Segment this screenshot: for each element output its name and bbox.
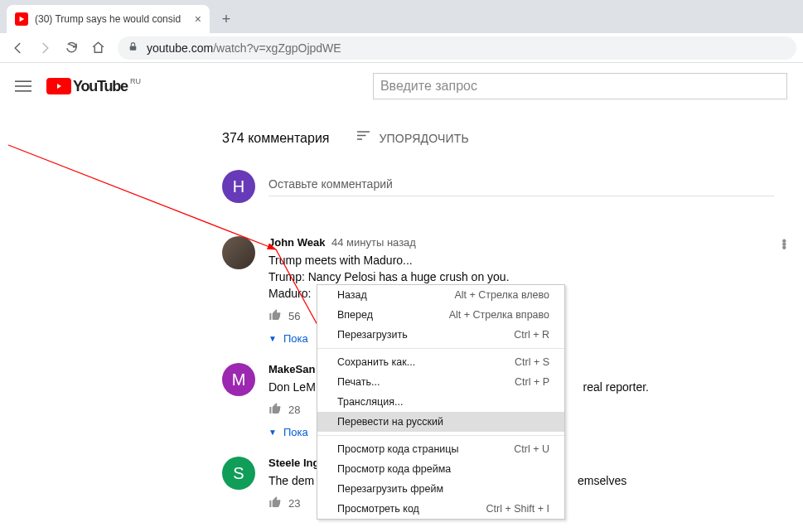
- youtube-header: YouTube RU: [0, 63, 803, 109]
- commenter-avatar[interactable]: S: [222, 457, 255, 490]
- svg-marker-0: [20, 17, 25, 22]
- like-icon[interactable]: [268, 496, 282, 511]
- sort-icon: [356, 129, 373, 147]
- ctx-forward[interactable]: ВпередAlt + Стрелка вправо: [317, 305, 564, 325]
- svg-marker-5: [57, 84, 61, 89]
- ctx-viewframe[interactable]: Просмотр кода фрейма: [317, 459, 564, 479]
- svg-rect-1: [130, 46, 137, 50]
- like-icon[interactable]: [268, 308, 282, 324]
- url-path: /watch?v=xgZgpOjpdWE: [213, 41, 341, 55]
- ctx-inspect[interactable]: Просмотреть кодCtrl + Shift + I: [317, 499, 564, 519]
- sort-button[interactable]: УПОРЯДОЧИТЬ: [356, 129, 469, 147]
- user-avatar[interactable]: Н: [222, 170, 255, 203]
- home-button[interactable]: [86, 36, 109, 60]
- svg-rect-8: [357, 138, 362, 140]
- youtube-favicon: [15, 12, 28, 26]
- like-count: 56: [288, 310, 300, 322]
- sort-label: УПОРЯДОЧИТЬ: [380, 132, 469, 145]
- youtube-logo-text: YouTube: [73, 78, 128, 95]
- youtube-logo-icon: [46, 78, 71, 94]
- ctx-translate[interactable]: Перевести на русский: [317, 412, 564, 432]
- commenter-avatar[interactable]: M: [222, 363, 255, 396]
- svg-rect-7: [357, 135, 366, 137]
- youtube-region: RU: [130, 77, 141, 85]
- new-tab-button[interactable]: +: [215, 7, 238, 31]
- address-bar[interactable]: youtube.com/watch?v=xgZgpOjpdWE: [118, 36, 796, 60]
- lock-icon: [128, 41, 138, 55]
- comment-time[interactable]: 44 минуты назад: [331, 236, 416, 249]
- comment-author[interactable]: MakeSan: [268, 363, 315, 375]
- ctx-print[interactable]: Печать...Ctrl + P: [317, 372, 564, 392]
- forward-button[interactable]: [33, 36, 56, 60]
- search-box[interactable]: [373, 73, 787, 99]
- svg-rect-2: [15, 80, 31, 82]
- ctx-reload[interactable]: ПерезагрузитьCtrl + R: [317, 325, 564, 345]
- like-count: 28: [288, 404, 300, 416]
- like-count: 23: [288, 497, 300, 510]
- comments-count: 374 комментария: [222, 131, 330, 146]
- back-button[interactable]: [7, 36, 30, 60]
- svg-rect-4: [15, 90, 31, 92]
- browser-toolbar: youtube.com/watch?v=xgZgpOjpdWE: [0, 33, 803, 63]
- add-comment-input[interactable]: Оставьте комментарий: [268, 177, 774, 196]
- chevron-down-icon: ▼: [268, 334, 277, 343]
- search-input[interactable]: [374, 79, 786, 94]
- browser-tab[interactable]: (30) Trump says he would consid ×: [7, 5, 210, 33]
- ctx-viewsource[interactable]: Просмотр кода страницыCtrl + U: [317, 439, 564, 459]
- comment-menu-icon[interactable]: •••: [781, 239, 786, 249]
- url-domain: youtube.com: [147, 41, 213, 55]
- ctx-back[interactable]: НазадAlt + Стрелка влево: [317, 285, 564, 305]
- comment-author[interactable]: Steele Ing: [268, 457, 319, 469]
- svg-rect-3: [15, 85, 31, 87]
- close-tab-icon[interactable]: ×: [195, 12, 201, 26]
- like-icon[interactable]: [268, 402, 282, 418]
- browser-tabstrip: (30) Trump says he would consid × +: [0, 0, 803, 33]
- tab-title: (30) Trump says he would consid: [35, 13, 190, 25]
- svg-rect-6: [357, 131, 370, 133]
- reload-button[interactable]: [60, 36, 83, 60]
- chevron-down-icon: ▼: [268, 428, 277, 437]
- menu-button[interactable]: [13, 76, 33, 96]
- commenter-avatar[interactable]: [222, 236, 255, 269]
- ctx-saveas[interactable]: Сохранить как...Ctrl + S: [317, 352, 564, 372]
- ctx-reloadframe[interactable]: Перезагрузить фрейм: [317, 479, 564, 499]
- comment-author[interactable]: John Weak: [268, 236, 325, 249]
- context-menu: НазадAlt + Стрелка влево ВпередAlt + Стр…: [317, 284, 565, 520]
- ctx-cast[interactable]: Трансляция...: [317, 392, 564, 412]
- youtube-logo[interactable]: YouTube RU: [46, 78, 141, 95]
